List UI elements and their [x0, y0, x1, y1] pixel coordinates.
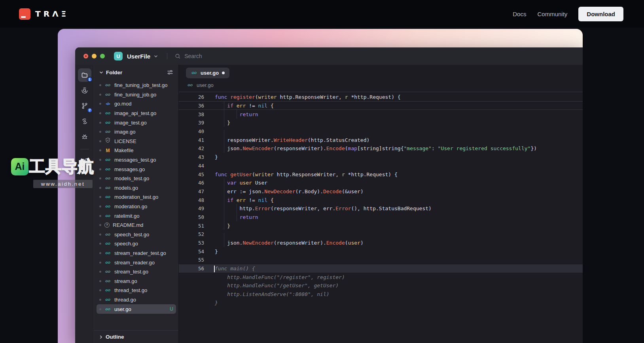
license-shield-icon: [104, 138, 111, 145]
chevron-down-icon[interactable]: [154, 55, 158, 58]
download-button[interactable]: Download: [578, 7, 623, 21]
file-row-fine_tuning_job_test.go[interactable]: GOfine_tuning_job_test.go: [97, 81, 176, 90]
token: (http.StatusCreated): [308, 137, 370, 143]
nav-link-docs[interactable]: Docs: [513, 11, 526, 17]
activity-item-source-control[interactable]: 7: [78, 99, 91, 113]
nav-link-community[interactable]: Community: [537, 11, 567, 17]
code-line[interactable]: 55: [179, 256, 583, 264]
code-line[interactable]: http.ListenAndServe(":8080", nil): [179, 290, 583, 299]
token: NewEncoder: [242, 240, 273, 246]
file-row-user.go[interactable]: GOuser.goU: [97, 304, 176, 314]
filter-settings-icon[interactable]: [167, 70, 173, 75]
project-name[interactable]: UserFile: [127, 53, 150, 60]
line-content: [204, 127, 215, 136]
line-content: http.Error(responseWriter, err.Error(), …: [204, 204, 432, 213]
code-line[interactable]: 26func register(writer http.ResponseWrit…: [179, 93, 583, 102]
file-row-models.go[interactable]: GOmodels.go: [97, 183, 176, 193]
code-line[interactable]: 54}: [179, 247, 583, 256]
code-line[interactable]: 49 http.Error(responseWriter, err.Error(…: [179, 204, 583, 213]
code-line[interactable]: 48 if err != nil {: [179, 196, 583, 204]
token: }: [215, 249, 218, 254]
activity-item-debug[interactable]: [78, 130, 91, 143]
watermark-url: www.aidh.net: [33, 180, 93, 188]
file-row-stream_reader_test.go[interactable]: GOstream_reader_test.go: [97, 249, 176, 258]
activity-item-search[interactable]: [78, 84, 91, 97]
code-line[interactable]: 50 return: [179, 213, 583, 222]
git-change-dot: [99, 140, 101, 142]
activity-item-explorer[interactable]: 1: [78, 68, 91, 82]
go-file-icon: GO: [104, 83, 111, 87]
file-row-image_api_test.go[interactable]: GOimage_api_test.go: [97, 109, 176, 118]
go-file-icon: GO: [104, 121, 111, 124]
breadcrumb-label: user.go: [197, 82, 214, 88]
file-row-stream_reader.go[interactable]: GOstream_reader.go: [97, 258, 176, 267]
line-number: 40: [179, 128, 204, 134]
zoom-button[interactable]: [100, 54, 105, 58]
file-row-stream.go[interactable]: GOstream.go: [97, 276, 176, 286]
line-text: }: [215, 154, 218, 160]
code-line[interactable]: 45func getUser(writer http.ResponseWrite…: [179, 170, 583, 179]
file-row-models_test.go[interactable]: GOmodels_test.go: [97, 174, 176, 183]
file-row-ratelimit.go[interactable]: GOratelimit.go: [97, 211, 176, 220]
file-name: moderation.go: [114, 204, 147, 209]
file-row-thread_test.go[interactable]: GOthread_test.go: [97, 286, 176, 295]
code-line[interactable]: 46 var user User: [179, 179, 583, 187]
folder-section-header[interactable]: Folder: [94, 65, 178, 80]
breadcrumb[interactable]: GO user.go: [179, 81, 583, 92]
file-row-speech_test.go[interactable]: GOspeech_test.go: [97, 230, 176, 239]
titlebar-divider: [167, 53, 167, 59]
token: err: [237, 103, 246, 109]
code-line[interactable]: http.HandleFunc("/register", register): [179, 273, 583, 281]
file-row-go.mod[interactable]: </>go.mod: [97, 99, 176, 109]
code-line[interactable]: 44: [179, 162, 583, 170]
file-name: speech.go: [114, 241, 138, 247]
file-row-thread.go[interactable]: GOthread.go: [97, 295, 176, 305]
file-row-LICENSE[interactable]: LICENSE: [97, 137, 176, 146]
activity-item-preview[interactable]: [78, 115, 91, 128]
close-button[interactable]: [83, 54, 88, 58]
token: var: [227, 180, 236, 186]
code-line-current[interactable]: 56func main() {: [179, 264, 583, 273]
token: (r.Body).: [295, 188, 323, 194]
code-line[interactable]: http.HandleFunc("/getUser", getUser): [179, 281, 583, 290]
code-line[interactable]: 39 }: [179, 119, 583, 127]
token: http.HandleFunc("/getUser", getUser): [215, 283, 339, 288]
file-row-image.go[interactable]: GOimage.go: [97, 127, 176, 137]
file-row-moderation.go[interactable]: GOmoderation.go: [97, 202, 176, 211]
outline-section-header[interactable]: Outline: [94, 330, 178, 343]
code-line[interactable]: 52: [179, 230, 583, 239]
indent-guide: [224, 178, 224, 187]
code-line[interactable]: 42 json.NewEncoder(responseWriter).Encod…: [179, 144, 583, 153]
code-line[interactable]: 38 return: [179, 110, 583, 119]
file-row-image_test.go[interactable]: GOimage_test.go: [97, 118, 176, 127]
code-line[interactable]: 43}: [179, 153, 583, 162]
code-line[interactable]: 51 }: [179, 221, 583, 230]
file-row-stream_test.go[interactable]: GOstream_test.go: [97, 267, 176, 277]
file-row-moderation_test.go[interactable]: GOmoderation_test.go: [97, 192, 176, 202]
file-row-fine_tuning_job.go[interactable]: GOfine_tuning_job.go: [97, 90, 176, 100]
file-row-messages.go[interactable]: GOmessages.go: [97, 164, 176, 174]
project-avatar[interactable]: U: [114, 52, 123, 60]
file-row-messages_test.go[interactable]: GOmessages_test.go: [97, 155, 176, 165]
file-row-speech.go[interactable]: GOspeech.go: [97, 239, 176, 249]
code-line[interactable]: 36 if err != nil {: [179, 102, 583, 110]
file-name: ratelimit.go: [114, 213, 140, 219]
modified-dot[interactable]: [222, 72, 225, 74]
token: }: [215, 154, 218, 160]
code-line[interactable]: }: [179, 299, 583, 307]
minimize-button[interactable]: [92, 54, 97, 58]
file-row-Makefile[interactable]: MMakefile: [97, 146, 176, 155]
trae-logo[interactable]: TRΛΞ: [19, 8, 69, 20]
code-line[interactable]: 41 responseWriter.WriteHeader(http.Statu…: [179, 136, 583, 144]
code-line[interactable]: 53 json.NewEncoder(responseWriter).Encod…: [179, 239, 583, 247]
tab-user-go[interactable]: GO user.go: [186, 68, 229, 78]
go-file-icon: GO: [104, 214, 111, 218]
code-line[interactable]: 40: [179, 127, 583, 136]
go-file-icon: GO: [104, 242, 111, 245]
line-number: 39: [179, 120, 204, 126]
code-line[interactable]: 47 err := json.NewDecoder(r.Body).Decode…: [179, 187, 583, 196]
file-row-README.md[interactable]: ?README.md: [97, 220, 176, 230]
search-box[interactable]: Search: [175, 53, 202, 59]
line-text: }: [215, 223, 230, 229]
token: WriteHeader: [274, 137, 308, 143]
